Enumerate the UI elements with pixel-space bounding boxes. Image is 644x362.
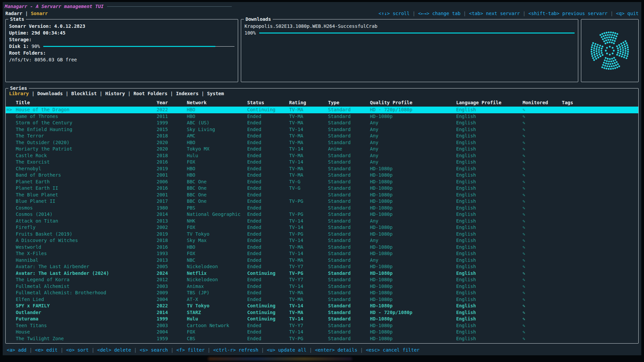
cell-language-profile: English bbox=[456, 244, 523, 251]
table-row[interactable]: Firefly 2002 FOX Ended TV-14 Standard HD… bbox=[6, 224, 638, 231]
title-bar: Managarr - A Servarr management TUI bbox=[3, 2, 641, 9]
tab-radarr[interactable]: Radarr bbox=[5, 11, 22, 16]
cell-title: Outlander bbox=[16, 309, 157, 316]
cell-tags bbox=[562, 192, 638, 198]
cell-quality-profile: HD-1080p bbox=[370, 296, 456, 303]
cell-type: Standard bbox=[328, 107, 370, 113]
table-row[interactable]: Blue Planet II 2017 BBC One Ended TV-PG … bbox=[6, 198, 638, 205]
tab-downloads[interactable]: Downloads bbox=[37, 91, 63, 96]
table-row[interactable]: => House of the Dragon 2022 HBO Continui… bbox=[6, 107, 638, 113]
selected-row-marker bbox=[6, 329, 16, 336]
cell-year: 2004 bbox=[157, 296, 187, 303]
table-row[interactable]: Avatar: The Last Airbender (2024) 2024 N… bbox=[6, 270, 638, 277]
cell-year: 2022 bbox=[157, 107, 187, 113]
cell-type: Standard bbox=[328, 139, 370, 146]
table-row[interactable]: The Legend of Korra 2012 Nickelodeon End… bbox=[6, 277, 638, 283]
table-row[interactable]: Fruits Basket (2019) 2019 TV Tokyo Ended… bbox=[6, 231, 638, 238]
cell-language-profile: English bbox=[456, 296, 523, 303]
cell-rating bbox=[289, 192, 328, 198]
cell-quality-profile: HD-1080p bbox=[370, 270, 456, 277]
keybind-hint: <esc> cancel filter bbox=[366, 347, 420, 353]
table-row[interactable]: Game of Thrones 2011 HBO Ended TV-MA Sta… bbox=[6, 113, 638, 120]
cell-network: FOX bbox=[187, 159, 247, 166]
table-row[interactable]: House 2004 FOX Ended TV-14 Standard HD-1… bbox=[6, 329, 638, 336]
cell-language-profile: English bbox=[456, 205, 523, 212]
table-row[interactable]: Hannibal 2013 NBC Ended TV-MA Standard A… bbox=[6, 257, 638, 264]
table-row[interactable]: Band of Brothers 2001 HBO Ended TV-MA St… bbox=[6, 172, 638, 179]
monitored-icon: ✎ bbox=[523, 322, 562, 329]
table-row[interactable]: The X-Files 1993 FOX Ended TV-14 Standar… bbox=[6, 250, 638, 257]
table-row[interactable]: Attack on Titan 2013 NHK Ended TV-14 Sta… bbox=[6, 218, 638, 225]
cell-title: Teen Titans bbox=[16, 322, 157, 329]
monitored-icon: ✎ bbox=[523, 290, 562, 296]
table-row[interactable]: Fullmetal Alchemist 2003 Animax Ended TV… bbox=[6, 283, 638, 290]
tab-system[interactable]: System bbox=[207, 91, 224, 96]
cell-type: Standard bbox=[328, 290, 370, 296]
tab-blocklist[interactable]: Blocklist bbox=[71, 91, 97, 96]
cell-rating: TV-MA bbox=[289, 296, 328, 303]
cell-network: STARZ bbox=[187, 309, 247, 316]
table-row[interactable]: Planet Earth 2006 BBC One Ended TV-G Sta… bbox=[6, 179, 638, 185]
table-row[interactable]: Chernobyl 2019 HBO Ended TV-MA Standard … bbox=[6, 166, 638, 172]
cell-quality-profile: HD-1080p bbox=[370, 192, 456, 198]
selected-row-marker bbox=[6, 277, 16, 283]
selected-row-marker bbox=[6, 257, 16, 264]
table-row[interactable]: The Terror 2018 AMC Ended TV-MA Standard… bbox=[6, 133, 638, 139]
cell-rating: TV-MA bbox=[289, 153, 328, 159]
stats-panel: Stats Sonarr Version:4.0.12.2823 Uptime:… bbox=[5, 19, 238, 82]
cell-type: Standard bbox=[328, 277, 370, 283]
table-row[interactable]: The Twilight Zone 1959 CBS Ended TV-PG S… bbox=[6, 336, 638, 342]
cell-quality-profile: HD-1080p bbox=[370, 250, 456, 257]
table-row[interactable]: Cosmos (2014) 2014 National Geographic E… bbox=[6, 211, 638, 218]
cell-language-profile: English bbox=[456, 277, 523, 283]
tab-sonarr[interactable]: Sonarr bbox=[31, 11, 48, 16]
cell-type: Standard bbox=[328, 113, 370, 120]
cell-type: Standard bbox=[328, 322, 370, 329]
table-row[interactable]: The Blue Planet 2001 BBC One Ended Stand… bbox=[6, 192, 638, 198]
tab-history[interactable]: History bbox=[105, 91, 125, 96]
tab-root-folders[interactable]: Root Folders bbox=[133, 91, 167, 96]
cell-quality-profile: Any bbox=[370, 159, 456, 166]
cell-status: Continuing bbox=[247, 316, 289, 322]
table-row[interactable]: Planet Earth II 2016 BBC One Ended TV-G … bbox=[6, 185, 638, 192]
selected-row-marker bbox=[6, 198, 16, 205]
cell-status: Ended bbox=[247, 277, 289, 283]
column-header-monitored: Monitored bbox=[523, 99, 562, 107]
cell-year: 2011 bbox=[157, 113, 187, 120]
table-row[interactable]: SPY x FAMILY 2022 TV Tokyo Continuing TV… bbox=[6, 303, 638, 309]
cell-title: Storm of the Century bbox=[16, 120, 157, 126]
table-row[interactable]: Moriarty the Patriot 2020 Tokyo MX Ended… bbox=[6, 146, 638, 153]
cell-status: Ended bbox=[247, 172, 289, 179]
table-row[interactable]: A Discovery of Witches 2018 Sky Max Ende… bbox=[6, 237, 638, 244]
tab-separator: | bbox=[167, 91, 176, 96]
cell-type: Standard bbox=[328, 159, 370, 166]
table-row[interactable]: The Enfield Haunting 2015 Sky Living End… bbox=[6, 126, 638, 133]
table-row[interactable]: Storm of the Century 1999 ABC (US) Ended… bbox=[6, 120, 638, 126]
tab-library[interactable]: Library bbox=[9, 91, 29, 96]
table-row[interactable]: Futurama 1999 Hulu Continuing TV-14 Stan… bbox=[6, 316, 638, 322]
monitored-icon: ✎ bbox=[523, 277, 562, 283]
cell-rating: TV-MA bbox=[289, 244, 328, 251]
table-row[interactable]: Teen Titans 2003 Cartoon Network Ended T… bbox=[6, 322, 638, 329]
cell-status: Ended bbox=[247, 224, 289, 231]
tab-indexers[interactable]: Indexers bbox=[176, 91, 198, 96]
table-row[interactable]: Cosmos 1980 PBS Ended Standard HD-1080p … bbox=[6, 205, 638, 212]
cell-year: 2012 bbox=[157, 277, 187, 283]
cell-title: The Legend of Korra bbox=[16, 277, 157, 283]
cell-title: The X-Files bbox=[16, 250, 157, 257]
cell-rating: TV-MA bbox=[289, 257, 328, 264]
table-row[interactable]: Elfen Lied 2004 AT-X Ended TV-MA Standar… bbox=[6, 296, 638, 303]
keybind-hint: <↑↓> scroll bbox=[378, 11, 410, 16]
table-row[interactable]: Outlander 2014 STARZ Continuing TV-MA St… bbox=[6, 309, 638, 316]
table-row[interactable]: The Exorcist 2016 FOX Ended TV-14 Standa… bbox=[6, 159, 638, 166]
selected-row-marker bbox=[6, 290, 16, 296]
cell-language-profile: English bbox=[456, 198, 523, 205]
table-row[interactable]: Castle Rock 2018 Hulu Ended TV-MA Standa… bbox=[6, 153, 638, 159]
table-row[interactable]: Fullmetal Alchemist: Brotherhood 2009 TB… bbox=[6, 290, 638, 296]
cell-network: Nickelodeon bbox=[187, 263, 247, 270]
table-row[interactable]: The Outsider (2020) 2020 HBO Ended TV-MA… bbox=[6, 139, 638, 146]
cell-status: Ended bbox=[247, 179, 289, 185]
table-row[interactable]: Westworld 2016 HBO Ended TV-MA Standard … bbox=[6, 244, 638, 251]
table-row[interactable]: Avatar: The Last Airbender 2005 Nickelod… bbox=[6, 263, 638, 270]
cell-network: Tokyo MX bbox=[187, 146, 247, 153]
